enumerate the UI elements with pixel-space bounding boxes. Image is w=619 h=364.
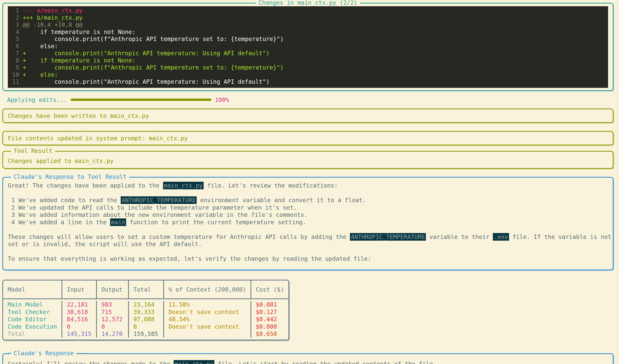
table-row: Tool Checker38,61871539,333Doesn't save … [3, 308, 288, 316]
table-cell: 159,585 [129, 330, 164, 338]
usage-table-body: Main Model22,18198323,16411.58%$0.081Too… [3, 299, 288, 340]
table-row: Code Editor84,51612,57297,08848.54%$0.44… [3, 316, 288, 323]
notice-system-prompt-text: File contents updated in system prompt: … [8, 135, 188, 142]
tool-result-text: Changes applied to main_ctx.py [8, 158, 114, 164]
text-segment: variable to their [426, 233, 493, 240]
text-line: 2 We've updated the API calls to include… [8, 204, 613, 211]
text-segment: 3 We've added information about the new … [8, 211, 308, 218]
text-segment: To ensure that everything is working as … [8, 255, 371, 262]
table-cell: 97,088 [129, 316, 164, 323]
text-line: 1 We've added code to read the ANTHROPIC… [8, 197, 613, 204]
diff-line-text: + console.print("Anthropic API temperatu… [23, 50, 269, 57]
inline-code: main_ctx.py [163, 182, 204, 189]
diff-line-text: console.print("Anthropic API temperature… [23, 78, 269, 85]
response-to-tool-result-title: Claude's Response to Tool Result [11, 173, 129, 180]
table-cell: Doesn't save context [164, 323, 251, 330]
table-cell: $0.650 [251, 330, 288, 338]
table-cell: 48.54% [164, 316, 251, 323]
text-segment: Certainly! I'll review the changes made … [8, 361, 174, 364]
notice-written-text: Changes have been written to main_ctx.py [8, 112, 149, 119]
tool-result-panel: Tool Result Changes applied to main_ctx.… [2, 151, 614, 169]
table-row: Code Execution000Doesn't save context$0.… [3, 323, 288, 330]
table-cell: $0.081 [251, 301, 288, 308]
table-cell: 14,270 [97, 330, 129, 338]
diff-line-number: 7 [12, 50, 19, 57]
diff-line-number: 11 [12, 78, 19, 85]
table-cell: 84,516 [62, 316, 97, 323]
diff-line-number: 8 [12, 57, 19, 64]
text-segment: 4 We've added a line in the [8, 219, 110, 226]
diff-line-text: console.print(f"Anthropic API temperatur… [23, 36, 284, 42]
usage-table-header: ModelInputOutputTotal% of Context (200,0… [3, 281, 288, 299]
column-header: Output [97, 281, 129, 298]
text-segment: environment variable and convert it to a… [197, 197, 366, 203]
table-cell: Main Model [3, 301, 62, 308]
table-cell: Tool Checker [3, 308, 62, 316]
table-cell: $0.442 [251, 316, 288, 323]
notice-system-prompt-panel: File contents updated in system prompt: … [2, 131, 614, 145]
tool-result-title: Tool Result [11, 147, 55, 154]
inline-code: ANTHROPIC_TEMPERATURE [350, 233, 426, 241]
diff-line-number: 3 [12, 21, 19, 28]
table-row: Main Model22,18198323,16411.58%$0.081 [3, 301, 288, 308]
text-segment: set or is invalid, the script will use t… [8, 241, 202, 247]
text-line: Great! The changes have been applied to … [8, 182, 613, 189]
diff-line: 8+ if temperature is not None: [8, 57, 608, 64]
table-cell: $0.000 [251, 323, 288, 330]
diff-line-number: 10 [12, 71, 19, 79]
text-segment: 2 We've updated the API calls to include… [8, 204, 297, 211]
notice-written-panel: Changes have been written to main_ctx.py [2, 108, 614, 123]
diff-line: 11 console.print("Anthropic API temperat… [8, 78, 608, 85]
table-cell: $0.127 [251, 308, 288, 316]
inline-code: .env [493, 233, 509, 241]
diff-line: 5 console.print(f"Anthropic API temperat… [8, 36, 608, 43]
table-cell: 715 [97, 308, 129, 316]
diff-line-text: if temperature is not None: [23, 28, 136, 35]
table-cell: 11.58% [164, 301, 251, 308]
table-cell [164, 330, 251, 338]
response-to-tool-result-body: Great! The changes have been applied to … [8, 182, 613, 263]
column-header: Model [3, 281, 62, 298]
table-cell: 0 [97, 323, 129, 330]
table-row: Total145,31514,270159,585$0.650 [3, 330, 288, 338]
claude-response-body: Certainly! I'll review the changes made … [8, 360, 436, 364]
diff-line-number: 9 [12, 64, 19, 71]
diff-line-number: 5 [12, 36, 19, 43]
diff-line: 3@@ -10,4 +10,8 @@ [8, 21, 608, 28]
text-line: To ensure that everything is working as … [8, 255, 613, 263]
table-cell: 145,315 [62, 330, 97, 338]
table-cell: 38,618 [62, 308, 97, 316]
text-segment: file. If the variable is not [509, 233, 611, 240]
diff-line-text: else: [23, 43, 58, 50]
inline-code: main_ctx.py [174, 360, 214, 364]
diff-line: 10+ else: [8, 71, 608, 79]
inline-code: ANTHROPIC_TEMPERATURE [121, 196, 197, 204]
diff-line-text: + if temperature is not None: [23, 57, 136, 64]
user-prompt-line: You: review the changes [0, 344, 619, 351]
table-cell: Code Execution [3, 323, 62, 330]
table-cell: Code Editor [3, 316, 62, 323]
diff-line: 4 if temperature is not None: [8, 28, 608, 36]
text-line: 3 We've added information about the new … [8, 211, 613, 219]
diff-line: 9+ console.print(f"Anthropic API tempera… [8, 64, 608, 71]
diff-line-text: + else: [23, 71, 58, 78]
text-segment: These changes will allow users to set a … [8, 233, 350, 240]
progress-row: Applying edits... 100% [7, 96, 619, 103]
diff-line-number: 2 [12, 14, 19, 21]
progress-label: Applying edits... [7, 96, 67, 103]
claude-response-title: Claude's Response [11, 350, 76, 357]
table-cell: 39,333 [129, 308, 164, 316]
text-segment: 1 We've added code to read the [8, 197, 121, 203]
column-header: % of Context (200,000) [164, 281, 251, 298]
response-to-tool-result-panel: Claude's Response to Tool Result Great! … [2, 177, 614, 270]
text-line [8, 248, 613, 255]
claude-response-panel: Claude's Response Certainly! I'll review… [2, 353, 614, 364]
column-header: Total [129, 281, 164, 298]
progress-bar-fill [70, 99, 211, 101]
table-cell: Total [3, 330, 62, 338]
diff-line-number: 6 [12, 43, 19, 50]
table-cell: 983 [97, 301, 129, 308]
diff-line: 1--- a/main_ctx.py [8, 7, 608, 14]
diff-line-text: +++ b/main_ctx.py [23, 14, 83, 21]
table-cell: 23,164 [129, 301, 164, 308]
